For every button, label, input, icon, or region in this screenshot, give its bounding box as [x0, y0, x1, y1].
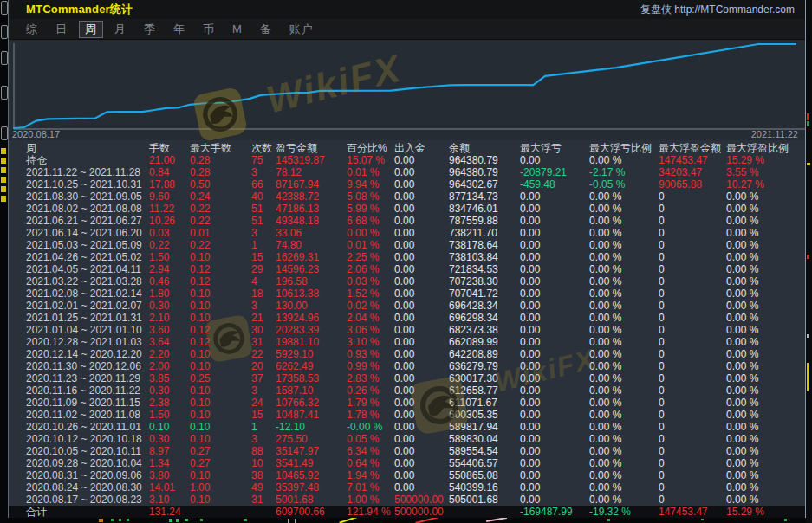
table-total-row[interactable]: 合计131.24609700.66121.94 %500000.00-16948… — [9, 506, 805, 518]
table-row[interactable]: 2020.11.02 ~ 2020.11.081.500.101510487.4… — [9, 409, 805, 421]
table-cell: 0.00 — [520, 445, 589, 457]
table-row[interactable]: 2021.06.14 ~ 2021.06.200.030.01333.060.0… — [9, 227, 805, 239]
table-cell: 0.00 % — [726, 324, 805, 336]
table-row[interactable]: 2021.03.22 ~ 2021.03.280.460.124196.580.… — [9, 275, 805, 287]
table-row[interactable]: 2021.02.01 ~ 2021.02.070.300.103130.000.… — [9, 300, 805, 312]
menu-item-zhou[interactable]: 周 — [79, 21, 103, 38]
table-cell: 500000.00 — [394, 506, 449, 518]
column-header[interactable]: 次数 — [251, 142, 276, 154]
table-row[interactable]: 2021.04.05 ~ 2021.04.112.940.122914596.2… — [9, 263, 805, 275]
table-cell: 3.64 — [149, 336, 190, 348]
table-cell: 0 — [659, 203, 726, 215]
table-cell: 0.00 — [394, 384, 449, 397]
table-row[interactable]: 2020.11.16 ~ 2020.11.220.300.1031587.100… — [9, 384, 805, 397]
menu-item-zong[interactable]: 综 — [20, 21, 44, 38]
table-cell: 2020.08.24 ~ 2020.08.30 — [26, 481, 149, 494]
column-header[interactable]: 最大浮亏比例 — [589, 142, 659, 154]
column-header[interactable]: 出入金 — [394, 142, 449, 154]
table-row[interactable]: 2020.08.17 ~ 2020.08.233.100.10315001.68… — [9, 494, 805, 506]
table-cell: 0.10 — [190, 384, 251, 397]
table-cell: 0.00 — [394, 445, 449, 457]
table-cell: 0.00 % — [589, 275, 659, 287]
table-row[interactable]: 2020.10.26 ~ 2020.11.010.100.101-12.10-0… — [9, 421, 805, 433]
table-cell: 738211.70 — [449, 227, 520, 239]
table-cell: 34203.47 — [659, 166, 726, 178]
column-header[interactable]: 余额 — [449, 142, 520, 154]
table-cell: 0.10 — [190, 494, 251, 506]
menu-item-bei[interactable]: 备 — [254, 21, 278, 38]
column-header[interactable]: 最大浮亏 — [520, 142, 589, 154]
table-row[interactable]: 2020.11.09 ~ 2020.11.152.380.102410766.3… — [9, 397, 805, 409]
table-row[interactable]: 2021.08.30 ~ 2021.09.059.600.244042388.7… — [9, 190, 805, 203]
table-row[interactable]: 2020.12.28 ~ 2021.01.033.640.123119881.1… — [9, 336, 805, 348]
table-row[interactable]: 持仓21.000.2875145319.8715.07 %0.00964380.… — [9, 154, 805, 166]
menu-item-ri[interactable]: 日 — [49, 21, 74, 38]
table-row[interactable]: 2020.08.31 ~ 2020.09.063.800.103810465.9… — [9, 469, 805, 481]
table-cell: 0.00 — [520, 287, 589, 300]
table-cell: 2.94 — [149, 263, 190, 275]
table-row[interactable]: 2020.11.23 ~ 2020.11.293.850.253717358.5… — [9, 372, 805, 384]
table-row[interactable]: 2020.12.14 ~ 2020.12.202.200.10225929.10… — [9, 348, 805, 360]
table-row[interactable]: 2021.04.26 ~ 2021.05.021.500.101516269.3… — [9, 251, 805, 263]
table-row[interactable]: 2020.08.24 ~ 2020.08.3014.011.004935397.… — [9, 481, 805, 494]
table-cell: 31 — [251, 494, 276, 506]
table-cell: 0.00 — [520, 360, 589, 372]
menu-item-m[interactable]: M — [226, 22, 249, 36]
background-right-window-edge — [806, 0, 812, 523]
menu-item-ji[interactable]: 季 — [138, 21, 162, 38]
table-row[interactable]: 2021.08.02 ~ 2021.08.0811.220.225147186.… — [9, 203, 805, 215]
table-row[interactable]: 2020.09.28 ~ 2020.10.041.340.27103541.49… — [9, 457, 805, 469]
table-cell: 0.00 % — [589, 457, 659, 469]
table-cell: 0.00 — [520, 203, 589, 215]
table-cell: 38 — [251, 469, 276, 481]
table-row[interactable]: 2021.01.25 ~ 2021.01.312.100.102113924.9… — [9, 312, 805, 324]
table-cell: 636279.79 — [449, 360, 520, 372]
column-header[interactable]: 最大浮盈金额 — [659, 142, 726, 154]
table-cell: 88 — [251, 445, 276, 457]
table-cell: 0.22 — [149, 239, 190, 251]
menu-item-bi[interactable]: 币 — [197, 21, 221, 38]
column-header[interactable]: 周 — [26, 142, 149, 154]
table-cell: 7.01 % — [347, 481, 394, 494]
table-row[interactable]: 2021.10.25 ~ 2021.10.3117.880.506687167.… — [9, 178, 805, 190]
table-cell: 0.00 — [394, 227, 449, 239]
column-header[interactable]: 手数 — [149, 142, 190, 154]
table-cell: 5001.68 — [276, 494, 347, 506]
menu-item-nian[interactable]: 年 — [167, 21, 192, 38]
table-cell: 0 — [659, 421, 726, 433]
table-row[interactable]: 2020.10.05 ~ 2020.10.118.970.278835147.9… — [9, 445, 805, 457]
table-cell: 0.00 — [520, 336, 589, 348]
table-cell: 0.10 — [190, 433, 251, 445]
table-row[interactable]: 2021.11.22 ~ 2021.11.280.840.28378.120.0… — [9, 166, 805, 178]
table-cell: 0 — [659, 481, 726, 494]
table-cell: 2021.08.30 ~ 2021.09.05 — [26, 190, 149, 203]
menu-item-yue[interactable]: 月 — [108, 21, 133, 38]
table-cell: 0.00 % — [726, 494, 805, 506]
table-cell: 0.64 % — [347, 457, 394, 469]
table-cell: 0.50 — [190, 178, 251, 190]
column-header[interactable]: 百分比% — [347, 142, 394, 154]
column-header[interactable]: 最大手数 — [190, 142, 251, 154]
table-cell: 0 — [659, 336, 726, 348]
table-row[interactable]: 2021.01.04 ~ 2021.01.103.600.123020283.3… — [9, 324, 805, 336]
table-row[interactable]: 2021.02.08 ~ 2021.02.141.800.101810613.3… — [9, 287, 805, 300]
table-row[interactable]: 2021.06.21 ~ 2021.06.2710.260.225149348.… — [9, 215, 805, 227]
table-cell: 78.12 — [276, 166, 347, 178]
table-cell: 0.00 % — [726, 433, 805, 445]
table-cell: 0.10 — [149, 421, 190, 433]
table-cell: 3 — [251, 433, 276, 445]
column-header[interactable]: 最大浮盈比例 — [726, 142, 805, 154]
table-row[interactable]: 2020.11.30 ~ 2020.12.062.000.10206262.49… — [9, 360, 805, 372]
table-cell: 696428.34 — [449, 300, 520, 312]
table-cell: 0 — [659, 372, 726, 384]
table-cell: 707041.72 — [449, 287, 520, 300]
table-row[interactable]: 2020.10.12 ~ 2020.10.180.300.103275.500.… — [9, 433, 805, 445]
table-cell: 0.84 — [149, 166, 190, 178]
menu-item-zhanghu[interactable]: 账户 — [283, 21, 320, 38]
table-cell: 3 — [251, 227, 276, 239]
table-header-row: 周手数最大手数次数盈亏金额百分比%出入金余额最大浮亏最大浮亏比例最大浮盈金额最大… — [9, 142, 805, 154]
brand-link[interactable]: 复盘侠 http://MTCommander.com — [640, 3, 795, 17]
table-row[interactable]: 2021.05.03 ~ 2021.05.090.220.22174.800.0… — [9, 239, 805, 251]
column-header[interactable]: 盈亏金额 — [276, 142, 347, 154]
table-cell: 2020.10.12 ~ 2020.10.18 — [26, 433, 149, 445]
